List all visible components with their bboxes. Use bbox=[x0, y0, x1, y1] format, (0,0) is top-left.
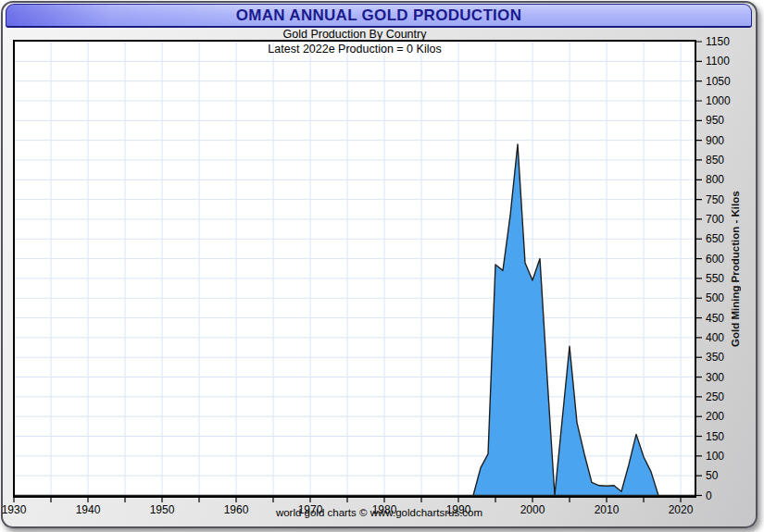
y-tick-label: 450 bbox=[706, 312, 724, 325]
latest-production-annotation: Latest 2022e Production = 0 Kilos bbox=[14, 43, 695, 56]
y-tick-label: 700 bbox=[706, 213, 724, 226]
production-area-chart: 1930194019501960197019801990200020102020… bbox=[1, 1, 758, 528]
y-tick-label: 50 bbox=[706, 469, 719, 482]
y-tick-label: 250 bbox=[706, 390, 724, 403]
y-axis-title: Gold Mining Production - Kilos bbox=[724, 41, 746, 497]
y-tick-label: 850 bbox=[706, 154, 724, 167]
y-tick-label: 900 bbox=[706, 134, 724, 147]
y-tick-label: 400 bbox=[706, 331, 724, 344]
y-tick-label: 350 bbox=[706, 351, 724, 364]
y-tick-label: 800 bbox=[706, 173, 724, 186]
y-tick-label: 500 bbox=[706, 291, 724, 304]
plot-background bbox=[14, 41, 695, 497]
y-tick-label: 150 bbox=[706, 430, 724, 443]
y-tick-label: 650 bbox=[706, 232, 724, 245]
y-tick-label: 950 bbox=[706, 114, 724, 127]
y-tick-label: 750 bbox=[706, 193, 724, 206]
y-tick-label: 100 bbox=[706, 450, 724, 463]
y-tick-label: 0 bbox=[706, 489, 712, 502]
y-tick-label: 300 bbox=[706, 371, 724, 384]
y-tick-label: 550 bbox=[706, 272, 724, 285]
y-tick-label: 200 bbox=[706, 410, 724, 423]
y-tick-label: 600 bbox=[706, 253, 724, 266]
chart-window: OMAN ANNUAL GOLD PRODUCTION Gold Product… bbox=[1, 1, 758, 528]
footer-credit: world gold charts © www.goldchartsrus.co… bbox=[1, 507, 758, 518]
